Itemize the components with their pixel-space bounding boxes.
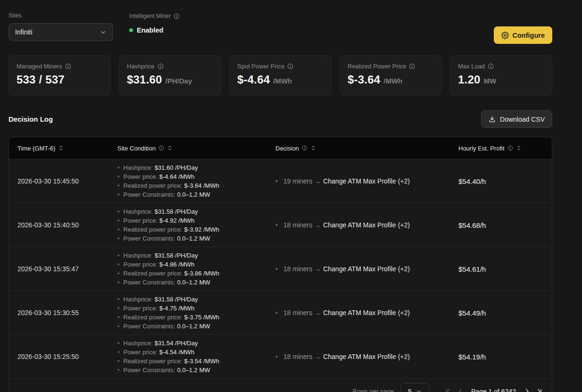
- gear-icon: [501, 32, 509, 39]
- stat-card-max-load: Max Load 1.20MW: [450, 55, 552, 96]
- profit-cell: $54.68/h: [450, 217, 552, 233]
- sites-label: Sites: [8, 12, 113, 19]
- site-condition-cell: Hashprice:$31.58 /PH/Day Power price:$-4…: [109, 291, 267, 334]
- table-row: 2026-03-30 15:30:55 Hashprice:$31.58 /PH…: [9, 291, 552, 334]
- table-pagination: Rows per page 5 Page 1 of 6242: [9, 378, 552, 392]
- next-page-button[interactable]: [521, 385, 533, 392]
- time-cell: 2026-03-30 15:25:50: [9, 349, 109, 364]
- decision-cell: 18 miners →Change ATM Max Profile (+2): [267, 217, 450, 233]
- chevron-down-icon: [100, 29, 107, 36]
- column-header-time[interactable]: Time (GMT-6): [9, 145, 109, 152]
- stat-label: Hashprice: [127, 63, 155, 70]
- stat-label: Realized Power Price: [348, 63, 406, 70]
- chevron-down-icon: [416, 388, 422, 392]
- decision-cell: 18 miners →Change ATM Max Profile (+2): [267, 305, 450, 320]
- stat-label: Managed Miners: [17, 63, 62, 70]
- download-csv-label: Download CSV: [500, 116, 545, 123]
- profit-cell: $54.61/h: [450, 261, 552, 277]
- time-cell: 2026-03-30 15:45:50: [9, 174, 109, 189]
- stat-unit: /MWh: [273, 77, 292, 85]
- info-icon[interactable]: [65, 63, 71, 69]
- table-row: 2026-03-30 15:40:50 Hashprice:$31.58 /PH…: [9, 203, 552, 247]
- site-condition-cell: Hashprice:$31.58 /PH/Day Power price:$-4…: [109, 247, 267, 291]
- info-icon[interactable]: [158, 63, 164, 69]
- site-select[interactable]: Infiniti: [8, 23, 113, 41]
- profit-cell: $54.40/h: [450, 174, 552, 189]
- status-text: Enabled: [137, 26, 163, 34]
- stats-row: Managed Miners 533 / 537 Hashprice $31.6…: [8, 55, 552, 96]
- stat-value: $-4.64: [237, 73, 270, 86]
- info-icon[interactable]: [488, 63, 494, 69]
- column-label: Site Condition: [117, 145, 156, 152]
- column-header-decision[interactable]: Decision: [267, 145, 450, 152]
- column-label: Decision: [275, 145, 299, 152]
- intelligent-miner-label: Intelligent Miner: [129, 13, 171, 19]
- stat-card-realized-power-price: Realized Power Price $-3.64/MWh: [340, 55, 442, 96]
- info-icon[interactable]: [174, 13, 180, 19]
- column-label: Time (GMT-6): [17, 145, 55, 152]
- column-header-site-condition[interactable]: Site Condition: [109, 145, 267, 152]
- page-title: Decision Log: [8, 115, 53, 123]
- info-icon[interactable]: [507, 145, 513, 151]
- table-header: Time (GMT-6) Site Condition Decision Hou…: [9, 137, 552, 159]
- stat-card-spot-power-price: Spot Power Price $-4.64/MWh: [229, 55, 332, 96]
- decision-cell: 18 miners →Change ATM Max Profile (+2): [267, 349, 450, 364]
- stat-card-hashprice: Hashprice $31.60/PH/Day: [119, 55, 221, 96]
- site-condition-cell: Hashprice:$31.60 /PH/Day Power price:$-4…: [109, 159, 267, 203]
- profit-cell: $54.49/h: [450, 305, 552, 321]
- stat-label: Spot Power Price: [237, 63, 284, 70]
- configure-label: Configure: [513, 32, 545, 39]
- table-row: 2026-03-30 15:45:50 Hashprice:$31.60 /PH…: [9, 159, 552, 203]
- prev-page-button[interactable]: [454, 385, 466, 392]
- last-page-button[interactable]: [533, 385, 545, 392]
- stat-unit: /MWh: [383, 77, 402, 85]
- rows-per-page-select[interactable]: 5: [400, 383, 430, 392]
- sort-icon[interactable]: [167, 145, 173, 151]
- status-dot-icon: [129, 28, 133, 32]
- stat-card-managed-miners: Managed Miners 533 / 537: [8, 55, 111, 96]
- stat-value: $31.60: [127, 73, 162, 86]
- download-csv-button[interactable]: Download CSV: [481, 110, 552, 128]
- pager-controls: Page 1 of 6242: [442, 385, 545, 392]
- stat-value: 533 / 537: [17, 73, 65, 86]
- sort-icon[interactable]: [58, 145, 64, 151]
- page-indicator: Page 1 of 6242: [471, 388, 516, 392]
- miner-status: Enabled: [129, 26, 180, 34]
- site-condition-cell: Hashprice:$31.54 /PH/Day Power price:$-4…: [109, 335, 267, 378]
- table-row: 2026-03-30 15:35:47 Hashprice:$31.58 /PH…: [9, 247, 552, 291]
- time-cell: 2026-03-30 15:35:47: [9, 261, 109, 276]
- stat-unit: /PH/Day: [166, 77, 192, 85]
- info-icon[interactable]: [302, 145, 308, 151]
- time-cell: 2026-03-30 15:30:55: [9, 305, 109, 320]
- stat-label: Max Load: [458, 63, 485, 70]
- top-controls: Sites Infiniti Intelligent Miner Enabled…: [8, 12, 552, 44]
- stat-value: 1.20: [458, 73, 481, 86]
- configure-button[interactable]: Configure: [494, 26, 552, 44]
- sites-block: Sites Infiniti: [8, 12, 113, 41]
- stat-value: $-3.64: [348, 73, 380, 86]
- info-icon[interactable]: [287, 63, 293, 69]
- sort-icon[interactable]: [516, 145, 522, 151]
- sort-icon[interactable]: [310, 145, 316, 151]
- time-cell: 2026-03-30 15:40:50: [9, 217, 109, 233]
- next-page-icon: [524, 388, 531, 392]
- column-label: Hourly Est. Profit: [458, 145, 505, 152]
- last-page-icon: [536, 388, 543, 392]
- site-condition-cell: Hashprice:$31.58 /PH/Day Power price:$-4…: [109, 203, 267, 247]
- first-page-icon: [445, 388, 452, 392]
- decision-cell: 19 miners →Change ATM Max Profile (+2): [267, 174, 450, 189]
- intelligent-miner-block: Intelligent Miner Enabled: [129, 12, 180, 34]
- decision-cell: 18 miners →Change ATM Max Profile (+2): [267, 261, 450, 276]
- info-icon[interactable]: [158, 145, 164, 151]
- stat-unit: MW: [484, 77, 497, 85]
- info-icon[interactable]: [409, 63, 415, 69]
- rows-per-page-label: Rows per page: [353, 388, 394, 392]
- intelligent-miner-dashboard: Sites Infiniti Intelligent Miner Enabled…: [0, 0, 582, 392]
- first-page-button[interactable]: [442, 385, 454, 392]
- column-header-hourly-est-profit[interactable]: Hourly Est. Profit: [450, 145, 552, 152]
- site-select-value: Infiniti: [15, 28, 33, 36]
- prev-page-icon: [457, 388, 464, 392]
- decision-log-table: Time (GMT-6) Site Condition Decision Hou…: [8, 137, 552, 392]
- table-row: 2026-03-30 15:25:50 Hashprice:$31.54 /PH…: [9, 334, 552, 378]
- download-icon: [489, 116, 496, 123]
